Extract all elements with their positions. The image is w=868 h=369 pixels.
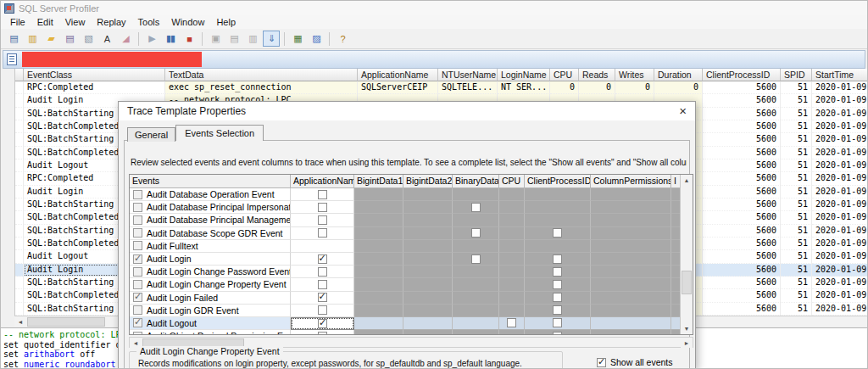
column-header-duration[interactable]: Duration (654, 69, 703, 81)
hscroll-thumb[interactable] (27, 317, 105, 327)
event-row[interactable]: Audit Logout (130, 317, 693, 330)
applicationname-checkbox[interactable] (318, 319, 327, 328)
applicationname-checkbox[interactable] (318, 280, 327, 289)
menu-tools[interactable]: Tools (132, 16, 166, 28)
event-row[interactable]: Audit Login Failed (130, 292, 693, 305)
event-row[interactable]: Audit Login Change Property Event (130, 278, 693, 291)
event-cell-events[interactable]: Audit Database Principal Manageme... (130, 214, 291, 226)
applicationname-checkbox[interactable] (318, 305, 327, 315)
column-header-ntUserName[interactable]: NTUserName (438, 69, 498, 81)
new-trace-icon[interactable]: ▤ (5, 31, 22, 47)
open-trace-icon[interactable]: ▰ (42, 31, 59, 47)
scroll-down-icon[interactable]: ▼ (681, 323, 693, 334)
tab-general[interactable]: General (127, 127, 175, 142)
event-cell-events[interactable]: Audit Logout (130, 317, 291, 330)
applicationname-checkbox[interactable] (318, 190, 327, 199)
clientprocessid-checkbox[interactable] (553, 318, 562, 327)
menu-edit[interactable]: Edit (31, 16, 59, 28)
event-checkbox[interactable] (133, 267, 142, 277)
column-header-sel[interactable] (15, 69, 24, 81)
event-row[interactable]: Audit Database Operation Event (130, 188, 693, 201)
properties-icon[interactable]: ▧ (80, 31, 97, 47)
column-header-writes[interactable]: Writes (615, 69, 654, 81)
events-column-header[interactable]: BigintData2 (403, 175, 453, 188)
clientprocessid-checkbox[interactable] (553, 280, 562, 289)
show-all-events-option[interactable]: Show all events (597, 357, 673, 367)
event-checkbox[interactable] (133, 215, 142, 225)
event-cell-binarydata[interactable] (453, 227, 499, 240)
grid-view-icon[interactable]: ▦ (289, 31, 306, 47)
save-icon[interactable]: ▤ (61, 31, 78, 47)
column-header-cpu[interactable]: CPU (550, 69, 579, 81)
new-template-icon[interactable]: ▥ (24, 31, 41, 47)
event-row[interactable]: Audit Fulltext (130, 240, 693, 253)
events-column-header[interactable]: BigintData1 (354, 175, 403, 188)
events-column-header[interactable]: Events (130, 175, 291, 188)
event-cell-cpu[interactable] (499, 317, 525, 330)
scroll-up-icon[interactable]: ▲ (681, 175, 693, 186)
start-replay-icon[interactable]: ▶ (143, 31, 160, 47)
applicationname-checkbox[interactable] (318, 203, 327, 212)
stop-icon[interactable]: ■ (181, 31, 198, 47)
scroll-right-icon[interactable]: ► (681, 338, 693, 348)
column-header-reads[interactable]: Reads (579, 69, 615, 81)
clientprocessid-checkbox[interactable] (553, 305, 562, 315)
event-cell-applicationname[interactable] (291, 330, 354, 335)
tile-windows-icon[interactable]: ▤ (225, 31, 242, 47)
event-cell-applicationname[interactable] (291, 253, 354, 266)
event-cell-applicationname[interactable] (291, 227, 354, 240)
event-cell-clientprocessid[interactable] (525, 305, 591, 317)
event-cell-clientprocessid[interactable] (525, 330, 591, 335)
scroll-left-icon[interactable]: ◄ (14, 316, 26, 327)
event-cell-applicationname[interactable] (291, 214, 354, 226)
event-cell-applicationname[interactable] (291, 305, 354, 317)
event-cell-clientprocessid[interactable] (525, 292, 591, 305)
event-cell-events[interactable]: Audit Object Derived Permission Event (130, 330, 291, 335)
event-cell-applicationname[interactable] (291, 317, 354, 330)
event-cell-events[interactable]: Audit Login GDR Event (130, 305, 291, 317)
binarydata-checkbox[interactable] (471, 228, 481, 238)
event-cell-binarydata[interactable] (453, 201, 499, 214)
show-all-events-checkbox[interactable] (597, 358, 606, 367)
event-cell-clientprocessid[interactable] (525, 317, 591, 330)
event-checkbox[interactable] (133, 254, 142, 264)
column-header-textData[interactable]: TextData (165, 69, 358, 81)
clientprocessid-checkbox[interactable] (553, 267, 562, 277)
column-header-startTime[interactable]: StartTime (812, 69, 867, 81)
column-header-clientProcessId[interactable]: ClientProcessID (703, 69, 781, 81)
tab-events-selection[interactable]: Events Selection (175, 125, 264, 141)
binarydata-checkbox[interactable] (471, 203, 481, 212)
event-cell-events[interactable]: Audit Fulltext (130, 240, 291, 253)
event-row[interactable]: Audit Login GDR Event (130, 305, 693, 317)
auto-scroll-icon[interactable]: ⇓ (263, 31, 280, 47)
events-column-header[interactable]: BinaryData (453, 175, 499, 188)
event-cell-events[interactable]: Audit Login Change Password Event (130, 266, 291, 278)
binarydata-checkbox[interactable] (471, 254, 481, 264)
event-row[interactable]: Audit Login Change Password Event (130, 266, 693, 278)
cpu-checkbox[interactable] (507, 318, 516, 327)
menu-view[interactable]: View (59, 16, 92, 28)
event-row[interactable]: Audit Database Principal Manageme... (130, 214, 693, 226)
event-row[interactable]: Audit Object Derived Permission Event (130, 330, 693, 335)
pause-icon[interactable]: ▮▮ (162, 31, 179, 47)
event-cell-clientprocessid[interactable] (525, 227, 591, 240)
clientprocessid-checkbox[interactable] (553, 332, 562, 335)
event-row[interactable]: Audit Database Principal Impersonati... (130, 201, 693, 214)
event-cell-events[interactable]: Audit Login Change Property Event (130, 278, 291, 291)
applicationname-checkbox[interactable] (318, 267, 327, 277)
event-cell-applicationname[interactable] (291, 240, 354, 253)
close-icon[interactable]: × (679, 103, 687, 120)
event-checkbox[interactable] (133, 190, 142, 199)
clientprocessid-checkbox[interactable] (553, 228, 562, 238)
event-cell-events[interactable]: Audit Login (130, 253, 291, 266)
help-icon[interactable]: ? (334, 31, 351, 47)
event-cell-applicationname[interactable] (291, 266, 354, 278)
applicationname-checkbox[interactable] (318, 254, 327, 264)
column-header-spid[interactable]: SPID (781, 69, 812, 81)
column-header-eventClass[interactable]: EventClass (24, 69, 165, 81)
column-header-loginName[interactable]: LoginName (498, 69, 550, 81)
menu-replay[interactable]: Replay (91, 16, 131, 28)
event-checkbox[interactable] (133, 203, 142, 212)
applicationname-checkbox[interactable] (318, 293, 327, 302)
event-cell-events[interactable]: Audit Database Operation Event (130, 188, 291, 201)
